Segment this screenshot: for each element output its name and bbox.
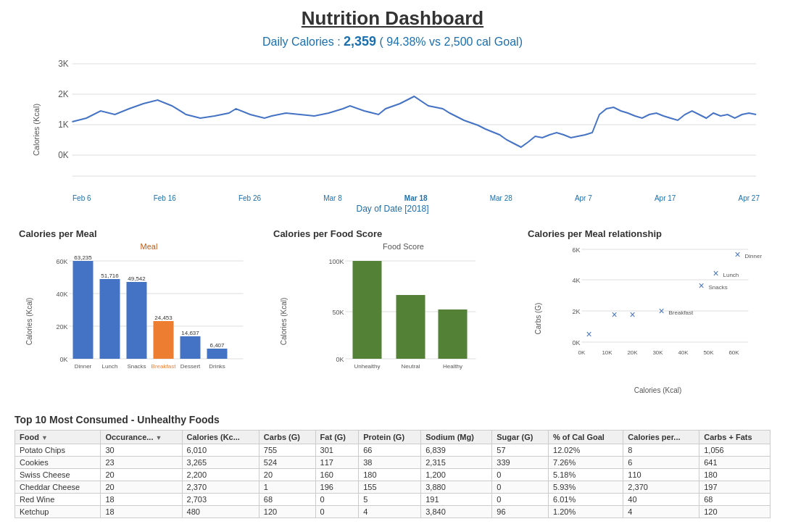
svg-text:4K: 4K — [572, 277, 580, 284]
bar-chart2-y-label: Calories (Kcal) — [281, 298, 288, 346]
svg-rect-41 — [353, 261, 382, 359]
svg-text:2K: 2K — [572, 308, 580, 315]
page-title: Nutrition Dashboard — [14, 7, 771, 30]
bar-chart2-svg: 100K 50K 0K Unhealthy Neutral Health — [295, 254, 512, 399]
svg-rect-43 — [439, 309, 468, 359]
bar-chart1-y-label: Calories (Kcal) — [26, 298, 34, 346]
daily-calories-value: 2,359 — [344, 34, 376, 49]
x-tick-mar18: Mar 18 — [404, 194, 428, 202]
col-sugar[interactable]: Sugar (G) — [492, 431, 549, 444]
line-chart-y-label: Calories (Kcal) — [32, 103, 41, 155]
svg-rect-17 — [73, 261, 94, 359]
col-cal-goal[interactable]: % of Cal Goal — [549, 431, 623, 444]
col-carbs-fats[interactable]: Carbs + Fats — [699, 431, 771, 444]
scatter-chart-svg: 6K 4K 2K 0K 0K 10K 20K 30K 40K 50K 60K — [549, 242, 766, 387]
table-row: Cheddar Cheese202,37011961553,88005.93%2… — [15, 481, 771, 494]
table-row: Ketchup18480120043,840961.20%4120 — [15, 506, 771, 518]
svg-text:60K: 60K — [56, 258, 67, 265]
top-foods-table: Food ▼ Occurance... ▼ Calories (Kc... Ca… — [14, 430, 771, 518]
col-protein[interactable]: Protein (G) — [359, 431, 421, 444]
svg-text:Dinner: Dinner — [75, 363, 92, 370]
col-calories[interactable]: Calories (Kc... — [182, 431, 259, 444]
x-tick-apr27: Apr 27 — [738, 194, 759, 202]
svg-text:3K: 3K — [58, 59, 68, 69]
table-row: Potato Chips306,010755301666,8395712.02%… — [15, 444, 771, 457]
svg-text:0K: 0K — [336, 356, 344, 363]
x-tick-apr17: Apr 17 — [655, 194, 676, 202]
svg-text:0K: 0K — [58, 150, 68, 160]
svg-text:0K: 0K — [578, 349, 586, 356]
svg-text:0K: 0K — [572, 339, 580, 346]
svg-text:Healthy: Healthy — [443, 363, 462, 370]
svg-text:×: × — [658, 305, 664, 317]
daily-calories-summary: Daily Calories : 2,359 ( 94.38% vs 2,500… — [14, 34, 771, 49]
svg-text:Breakfast: Breakfast — [151, 363, 177, 370]
x-tick-feb26: Feb 26 — [238, 194, 261, 202]
x-tick-feb16: Feb 16 — [154, 194, 176, 202]
svg-text:20K: 20K — [627, 349, 638, 356]
svg-text:1K: 1K — [58, 120, 68, 130]
svg-text:Snacks: Snacks — [709, 284, 728, 291]
table-row: Red Wine182,703680519106.01%4068 — [15, 494, 771, 506]
table-section: Top 10 Most Consumed - Unhealthy Foods F… — [14, 414, 771, 518]
x-tick-mar8: Mar 8 — [323, 194, 342, 202]
col-sodium[interactable]: Sodium (Mg) — [421, 431, 492, 444]
svg-text:Snacks: Snacks — [127, 363, 146, 370]
calories-per-food-score-chart: Calories per Food Score Calories (Kcal) … — [269, 224, 516, 405]
line-chart-svg: 3K 2K 1K 0K — [51, 57, 763, 191]
table-row: Swiss Cheese202,200201601801,20005.18%11… — [15, 469, 771, 481]
svg-text:30K: 30K — [652, 349, 663, 356]
svg-text:×: × — [586, 328, 591, 340]
svg-text:14,637: 14,637 — [181, 330, 199, 336]
svg-text:Unhealthy: Unhealthy — [354, 363, 380, 370]
svg-text:51,716: 51,716 — [101, 273, 119, 279]
bar-chart2-title: Calories per Food Score — [273, 228, 512, 239]
svg-rect-27 — [207, 349, 228, 359]
bar-chart1-title: Calories per Meal — [19, 228, 257, 239]
svg-text:63,235: 63,235 — [74, 254, 92, 261]
svg-text:50K: 50K — [332, 309, 344, 316]
svg-text:40K: 40K — [56, 291, 67, 298]
svg-text:×: × — [698, 280, 704, 291]
line-chart-x-label: Day of Date [2018] — [22, 204, 763, 214]
calories-per-meal-relationship-chart: Calories per Meal relationship Carbs (G)… — [523, 224, 771, 405]
svg-text:Lunch: Lunch — [102, 363, 118, 370]
col-fat[interactable]: Fat (G) — [315, 431, 359, 444]
svg-rect-23 — [154, 321, 174, 359]
svg-text:Dessert: Dessert — [180, 363, 201, 370]
svg-text:Lunch: Lunch — [723, 272, 739, 278]
svg-text:2K: 2K — [58, 89, 68, 99]
svg-text:×: × — [629, 309, 635, 320]
svg-text:Dinner: Dinner — [745, 253, 763, 259]
daily-calories-detail: ( 94.38% vs 2,500 cal Goal) — [380, 36, 523, 48]
svg-rect-25 — [180, 336, 201, 359]
col-occurance[interactable]: Occurance... ▼ — [101, 431, 182, 444]
bar-chart1-svg: 60K 40K 20K 0K 63,235 51,716 49,542 — [41, 254, 257, 399]
svg-text:Drinks: Drinks — [209, 363, 225, 370]
svg-text:Breakfast: Breakfast — [669, 309, 694, 316]
scatter-x-label: Calories (Kcal) — [549, 386, 766, 394]
table-title: Top 10 Most Consumed - Unhealthy Foods — [14, 414, 771, 425]
svg-rect-42 — [396, 295, 425, 359]
svg-text:10K: 10K — [602, 349, 612, 356]
scatter-y-label: Carbs (G) — [535, 302, 543, 334]
col-cal-per[interactable]: Calories per... — [623, 431, 699, 444]
scatter-chart-title: Calories per Meal relationship — [528, 228, 766, 239]
x-tick-apr7: Apr 7 — [575, 194, 592, 202]
svg-text:49,542: 49,542 — [128, 275, 146, 282]
col-carbs[interactable]: Carbs (G) — [259, 431, 315, 444]
svg-text:100K: 100K — [328, 258, 344, 265]
daily-calories-label: Daily Calories — [262, 36, 334, 48]
svg-text:×: × — [734, 249, 740, 260]
calories-per-meal-chart: Calories per Meal Calories (Kcal) Meal 6… — [14, 224, 262, 405]
bar-chart2-subtitle: Food Score — [295, 242, 512, 251]
svg-text:6,407: 6,407 — [209, 342, 225, 349]
svg-text:0K: 0K — [59, 356, 67, 363]
svg-text:60K: 60K — [728, 349, 739, 356]
col-food[interactable]: Food ▼ — [15, 431, 101, 444]
svg-text:×: × — [611, 309, 617, 320]
x-tick-feb6: Feb 6 — [72, 194, 91, 202]
svg-rect-19 — [100, 279, 120, 359]
svg-text:50K: 50K — [703, 349, 714, 356]
x-tick-mar28: Mar 28 — [490, 194, 512, 202]
